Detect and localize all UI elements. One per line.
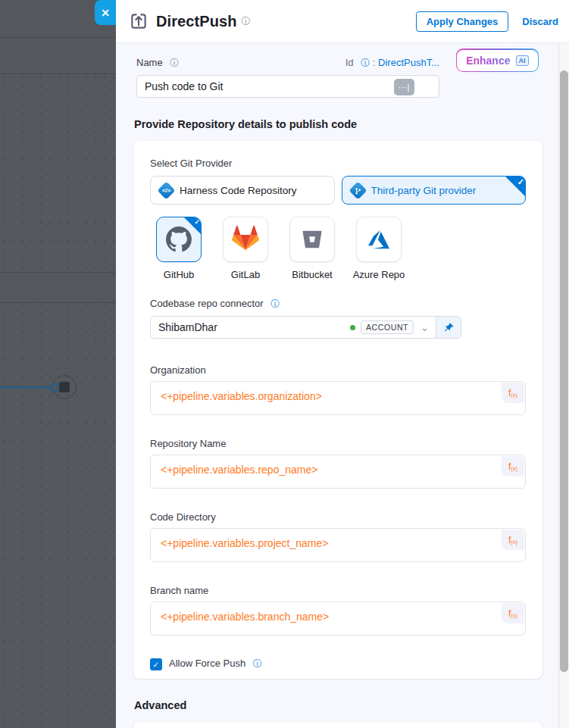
expression-fx-icon[interactable]: f(x) [502,530,524,550]
tile-label-gitlab: GitLab [231,269,260,280]
field-code-directory: Code Directory <+pipeline.variables.proj… [150,511,526,562]
id-info-icon[interactable]: ⓘ [361,58,370,68]
allow-force-push-label: Allow Force Push ⓘ [169,658,262,670]
option-third-party-git-provider[interactable]: Third-party Git provider ✓ [342,176,527,205]
ai-badge: AI [516,55,529,66]
provider-type-options: </> Harness Code Repository T [150,176,526,205]
scrollbar-thumb[interactable] [560,70,568,672]
discard-button[interactable]: Discard [522,16,558,27]
tile-label-azure-repo: Azure Repo [353,269,405,280]
expression-fx-icon[interactable]: f(x) [502,383,524,403]
repository-name-input[interactable]: <+pipeline.variables.repo_name> f(x) [150,455,526,489]
pipeline-edge-line [0,386,52,389]
connector-info-icon[interactable]: ⓘ [270,298,280,309]
allow-force-push-checkbox[interactable]: ✓ [150,658,162,670]
apply-changes-button[interactable]: Apply Changes [416,11,509,32]
name-section: Name ⓘ Id ⓘ : DirectPushT... Push code t… [136,57,439,98]
tile-label-bitbucket: Bitbucket [292,269,332,280]
selected-check-corner: ✓ [184,217,201,234]
advanced-section-heading: Advanced [134,699,558,711]
branch-name-input[interactable]: <+pipeline.variables.branch_name> f(x) [150,601,526,636]
harness-code-icon: </> [157,181,175,199]
tile-gitlab[interactable] [223,217,268,262]
step-config-panel: DirectPush ⓘ Apply Changes Discard Name … [116,0,569,728]
repository-section-heading: Provide Repository details to publish co… [134,118,558,130]
stop-icon [59,382,70,392]
field-branch-name: Branch name <+pipeline.variables.branch_… [150,585,526,636]
header-actions: Apply Changes Discard [416,11,558,32]
pipeline-canvas[interactable]: ✕ [0,0,116,728]
option-harness-code-repository[interactable]: </> Harness Code Repository [150,176,335,205]
name-info-icon[interactable]: ⓘ [170,58,179,68]
pin-icon [443,322,455,333]
git-branch-icon [349,181,367,199]
azure-icon [367,227,391,252]
gitlab-icon [232,226,259,253]
tile-label-github: GitHub [164,269,194,280]
git-provider-tiles: ✓ GitHub [156,217,526,280]
codebase-connector-input[interactable]: ShibamDhar ACCOUNT ⌄ [150,316,461,339]
pin-connector-button[interactable] [436,317,461,338]
step-title: DirectPush [156,13,237,30]
field-organization: Organization <+pipeline.variables.organi… [150,364,526,415]
canvas-stage-band [0,272,116,303]
organization-label: Organization [150,364,526,376]
panel-header: DirectPush ⓘ Apply Changes Discard [116,0,569,43]
connector-status-dot [350,325,355,330]
tile-azure-repo[interactable] [356,217,402,262]
direct-push-step-icon [129,11,149,31]
bitbucket-icon [301,228,324,251]
close-icon: ✕ [101,7,110,19]
expression-fx-icon[interactable]: f(x) [502,603,524,623]
tile-bitbucket[interactable] [289,217,335,262]
chevron-down-icon[interactable]: ⌄ [414,322,436,333]
code-directory-label: Code Directory [150,511,526,523]
name-input[interactable]: Push code to Git ⋯| [136,75,439,98]
form-scroll-area: Name ⓘ Id ⓘ : DirectPushT... Push code t… [116,43,569,728]
repository-card: Select Git Provider </> Harness Code Rep… [133,141,542,679]
step-config-screen: ✕ DirectPush ⓘ Apply Changes Discard [0,0,569,728]
name-label: Name ⓘ [136,57,179,70]
code-directory-input[interactable]: <+pipeline.variables.project_name> f(x) [150,528,526,562]
selected-check-corner: ✓ [505,177,525,196]
select-git-provider-label: Select Git Provider [150,158,526,169]
branch-name-label: Branch name [150,585,526,596]
panel-scrollbar[interactable] [558,43,569,728]
connector-scope-badge: ACCOUNT [361,320,414,334]
check-icon: ✓ [153,660,160,669]
close-drawer-button[interactable]: ✕ [95,0,116,25]
organization-input[interactable]: <+pipeline.variables.organization> f(x) [150,381,526,415]
check-icon: ✓ [194,218,200,226]
step-id: Id ⓘ : DirectPushT... [345,57,439,70]
enhance-label: Enhance [466,55,510,67]
step-info-icon[interactable]: ⓘ [242,15,251,28]
id-value[interactable]: DirectPushT... [378,57,439,68]
repository-name-label: Repository Name [150,438,526,449]
codebase-connector-label: Codebase repo connector ⓘ [150,298,526,311]
force-push-info-icon[interactable]: ⓘ [253,658,262,669]
enhance-ai-button[interactable]: Enhance AI [456,48,539,72]
allow-force-push-row: ✓ Allow Force Push ⓘ [150,658,526,670]
field-repository-name: Repository Name <+pipeline.variables.rep… [150,438,526,489]
node-link-port [49,383,59,392]
canvas-toolbar-row [0,39,116,74]
form-content: Name ⓘ Id ⓘ : DirectPushT... Push code t… [116,43,558,728]
check-icon: ✓ [517,177,524,187]
expression-fx-icon[interactable]: f(x) [502,456,524,476]
advanced-card[interactable] [133,722,542,728]
tile-github[interactable]: ✓ [156,217,202,262]
ellipsis-cursor-icon[interactable]: ⋯| [394,79,414,95]
